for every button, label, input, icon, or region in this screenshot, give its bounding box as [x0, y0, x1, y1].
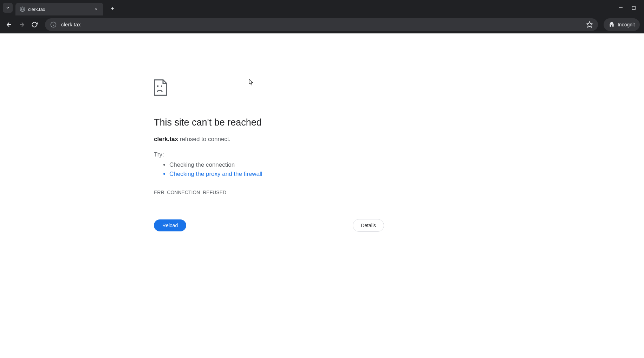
globe-icon [20, 6, 25, 12]
toolbar: clerk.tax Incognit [0, 15, 644, 33]
svg-marker-13 [587, 21, 593, 27]
tab-close-button[interactable] [93, 6, 99, 12]
reload-button[interactable]: Reload [154, 219, 186, 231]
tab-bar: clerk.tax [0, 0, 644, 15]
tab-title: clerk.tax [28, 7, 91, 12]
incognito-badge[interactable]: Incognit [604, 18, 640, 31]
incognito-icon [609, 21, 615, 28]
maximize-icon [632, 6, 636, 10]
chevron-down-icon [6, 6, 10, 10]
site-info-button[interactable] [50, 21, 57, 28]
plus-icon [110, 6, 115, 11]
info-icon [50, 21, 57, 28]
svg-rect-15 [161, 85, 162, 87]
browser-tab[interactable]: clerk.tax [15, 3, 103, 15]
url-text: clerk.tax [61, 21, 586, 27]
reload-icon [31, 21, 38, 28]
new-tab-button[interactable] [108, 4, 117, 13]
error-page-content: This site can't be reached clerk.tax ref… [0, 33, 644, 232]
bookmark-button[interactable] [586, 21, 593, 28]
browser-chrome: clerk.tax [0, 0, 644, 33]
error-code: ERR_CONNECTION_REFUSED [154, 190, 644, 195]
sad-page-icon [154, 79, 644, 97]
maximize-button[interactable] [631, 6, 636, 10]
reload-nav-button[interactable] [30, 20, 39, 30]
minimize-button[interactable] [619, 6, 623, 10]
close-icon [95, 7, 98, 11]
button-row: Reload Details [154, 219, 384, 232]
back-button[interactable] [4, 20, 14, 30]
incognito-label: Incognit [618, 22, 635, 27]
suggestions-list: Checking the connection Checking the pro… [154, 160, 644, 179]
forward-button[interactable] [17, 20, 27, 30]
minimize-icon [619, 6, 623, 10]
details-button[interactable]: Details [353, 219, 384, 232]
svg-rect-14 [157, 85, 158, 87]
suggestion-proxy-link[interactable]: Checking the proxy and the firewall [169, 170, 644, 179]
suggestion-connection: Checking the connection [169, 160, 644, 170]
window-controls [619, 6, 641, 10]
try-label: Try: [154, 151, 644, 158]
address-bar[interactable]: clerk.tax [45, 18, 598, 31]
svg-rect-7 [632, 6, 635, 9]
tab-search-button[interactable] [3, 3, 13, 13]
star-icon [586, 21, 593, 28]
error-message-suffix: refused to connect. [178, 136, 230, 142]
error-message: clerk.tax refused to connect. [154, 136, 644, 143]
error-title: This site can't be reached [154, 117, 644, 128]
arrow-left-icon [6, 21, 13, 28]
error-host: clerk.tax [154, 136, 178, 142]
arrow-right-icon [18, 21, 25, 28]
